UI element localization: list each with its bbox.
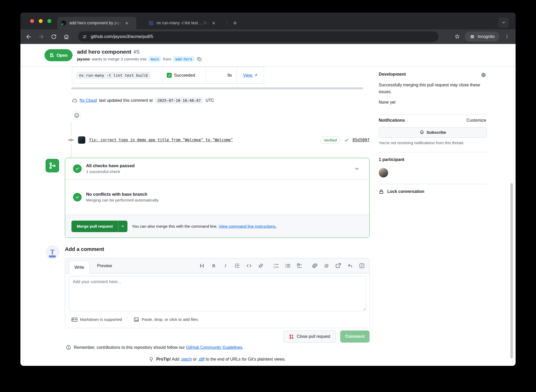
conflicts-subtitle: Merging can be performed automatically. <box>86 198 159 203</box>
development-empty: None yet <box>379 100 395 105</box>
check-view-cell: View <box>237 67 264 84</box>
pr-title-line: add hero component#5 <box>77 48 202 55</box>
code-icon[interactable] <box>246 263 252 268</box>
commit-sha-link[interactable]: 85d500f <box>353 138 370 142</box>
subscribe-button[interactable]: Subscribe <box>379 127 487 138</box>
notifications-note: You're not receiving notifications from … <box>379 141 464 145</box>
participant-avatar[interactable] <box>379 168 388 177</box>
reload-icon[interactable] <box>49 32 58 41</box>
cli-merge-text: You can also merge this with the command… <box>132 224 218 228</box>
head-branch-chip[interactable]: add-hero <box>173 56 194 62</box>
bold-icon[interactable]: B <box>211 263 216 268</box>
development-body: Successfully merging this pull request m… <box>379 82 481 95</box>
pull-request-closed-icon <box>289 334 294 339</box>
guidelines-note: Remember, contributions to this reposito… <box>66 345 243 350</box>
git-pull-request-icon <box>49 53 54 58</box>
check-duration: 9s <box>227 73 232 77</box>
table-row: nx run-many -t lint test build Succeeded… <box>72 67 264 84</box>
check-circle-icon <box>73 164 82 173</box>
bot-updated-text: last updated this comment at <box>99 98 153 103</box>
pr-sidebar: Development Successfully merging this pu… <box>379 68 487 204</box>
nx-cloud-link[interactable]: Nx Cloud <box>80 98 97 103</box>
base-branch-chip[interactable]: main <box>148 56 161 62</box>
github-pr-page: Open add hero component#5 jaysoo wants t… <box>20 44 516 366</box>
resize-handle[interactable] <box>362 307 365 310</box>
commit-message-link[interactable]: fix: correct typo in demo app title from… <box>89 138 233 142</box>
tab-inactive[interactable]: nx run-many -t lint test ... fro <box>145 17 224 29</box>
customize-link[interactable]: Customize <box>466 118 486 123</box>
merge-options-caret[interactable] <box>118 221 127 232</box>
tasklist-icon[interactable] <box>297 263 302 268</box>
incognito-badge[interactable]: Incognito <box>465 32 499 42</box>
tab-preview[interactable]: Preview <box>93 258 116 273</box>
diff-link[interactable]: .diff <box>198 357 205 361</box>
current-user-avatar[interactable]: T <box>46 245 59 259</box>
close-window-button[interactable] <box>30 19 34 23</box>
pr-number: #5 <box>133 49 139 55</box>
browser-window: add hero component by jayso nx run-many … <box>20 13 516 366</box>
svg-text:1: 1 <box>273 263 275 266</box>
home-icon[interactable] <box>62 32 71 41</box>
comment-textarea[interactable] <box>69 276 366 311</box>
minimize-window-button[interactable] <box>39 19 43 23</box>
add-comment-heading: Add a comment <box>65 245 104 253</box>
cli-instructions-link[interactable]: View command line instructions. <box>219 224 277 228</box>
page-scrollbar[interactable] <box>510 183 513 359</box>
cross-reference-icon[interactable] <box>336 263 341 268</box>
check-duration-cell: 9s <box>206 67 237 84</box>
pr-subtitle: jaysoo wants to merge 3 commits into mai… <box>77 56 202 62</box>
copy-icon[interactable] <box>197 57 202 61</box>
verified-badge[interactable]: Verified <box>320 137 340 144</box>
github-avatar-favicon <box>61 20 66 26</box>
svg-text:I: I <box>225 263 227 268</box>
checks-title: All checks have passed <box>86 163 135 168</box>
paperclip-icon[interactable] <box>312 263 317 268</box>
new-tab-button[interactable] <box>230 18 240 28</box>
add-reaction-button[interactable] <box>72 111 81 120</box>
reply-icon[interactable] <box>347 263 353 268</box>
pr-author[interactable]: jaysoo <box>77 57 90 61</box>
unordered-list-icon[interactable] <box>285 263 291 268</box>
ordered-list-icon[interactable]: 12 <box>273 263 279 268</box>
heading-icon[interactable] <box>199 263 205 268</box>
window-controls <box>30 19 51 23</box>
zoom-window-button[interactable] <box>47 19 51 23</box>
slash-command-icon[interactable] <box>359 263 365 268</box>
merge-pull-request-button[interactable]: Merge pull request <box>71 221 127 232</box>
commit-author-avatar[interactable] <box>78 136 85 144</box>
comment-submit-button[interactable]: Comment <box>340 331 370 343</box>
close-pull-request-button[interactable]: Close pull request <box>283 331 336 343</box>
markdown-supported[interactable]: Markdown is supported <box>71 317 122 322</box>
patch-link[interactable]: .patch <box>180 357 192 361</box>
tab-search-button[interactable] <box>498 17 509 28</box>
close-icon[interactable] <box>125 21 129 25</box>
git-commit-icon <box>68 136 74 144</box>
back-icon[interactable] <box>24 32 33 41</box>
address-bar[interactable]: github.com/jaysoo3/acme/pull/5 <box>78 31 439 42</box>
link-icon[interactable] <box>258 263 264 268</box>
pr-sticky-header: Open add hero component#5 jaysoo wants t… <box>20 44 516 67</box>
forward-icon[interactable] <box>37 32 46 41</box>
site-info-icon[interactable] <box>82 34 87 39</box>
quote-icon[interactable] <box>234 263 240 268</box>
lightbulb-icon <box>149 357 154 362</box>
close-icon[interactable] <box>212 21 216 25</box>
markdown-icon <box>71 317 77 322</box>
url-text: github.com/jaysoo3/acme/pull/5 <box>91 34 153 39</box>
star-icon[interactable] <box>453 32 462 41</box>
lock-conversation-button[interactable]: Lock conversation <box>379 189 424 194</box>
check-icon <box>344 138 349 142</box>
gear-icon[interactable] <box>481 72 486 78</box>
community-guidelines-link[interactable]: GitHub Community Guidelines <box>186 345 242 350</box>
participants-title: 1 participant <box>379 157 404 162</box>
checks-subtitle: 1 successful check <box>86 169 135 174</box>
tab-write[interactable]: Write <box>69 261 90 274</box>
attach-files[interactable]: Paste, drop, or click to add files <box>134 317 198 322</box>
mention-icon[interactable]: @ <box>324 263 329 268</box>
menu-icon[interactable] <box>502 32 511 41</box>
conflicts-title: No conflicts with base branch <box>86 192 159 197</box>
chevron-down-icon[interactable] <box>354 166 359 171</box>
tab-active[interactable]: add hero component by jayso <box>57 17 136 29</box>
italic-icon[interactable]: I <box>223 263 228 268</box>
view-link[interactable]: View <box>243 73 258 77</box>
